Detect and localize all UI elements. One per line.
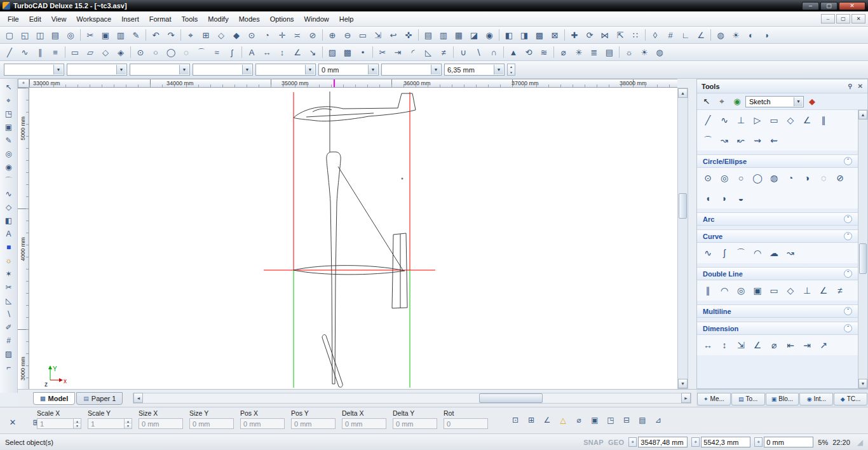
zoom-previous-icon[interactable]: ↩ <box>386 28 401 43</box>
text-icon[interactable]: A <box>244 45 259 60</box>
multiline-icon[interactable]: ≡ <box>48 45 63 60</box>
x-coordinate-icon[interactable]: ⌖ <box>628 437 637 447</box>
hatch-icon[interactable]: ▨ <box>325 45 340 60</box>
collapse-fields-icon[interactable]: ⊟ <box>620 413 634 426</box>
chevron-down-icon[interactable]: ▼ <box>368 65 377 74</box>
snap-midpoint-icon[interactable]: ◆ <box>229 28 244 43</box>
mdi-close-icon[interactable]: ✕ <box>851 14 865 24</box>
menu-edit[interactable]: Edit <box>24 13 46 25</box>
double-line-polygon-icon[interactable]: ◇ <box>782 282 799 299</box>
grid-snap-tool-icon[interactable]: # <box>1 334 17 347</box>
pin-icon[interactable]: ⚲ <box>848 83 852 90</box>
spline-by-points-icon[interactable]: ∿ <box>700 245 716 261</box>
copy-icon[interactable]: ▣ <box>98 28 113 43</box>
warning-icon[interactable]: △ <box>556 413 570 426</box>
field-input[interactable]: 1▲▼ <box>37 418 81 429</box>
dimension-parallel-icon[interactable]: ⇲ <box>733 337 749 353</box>
revolve-icon[interactable]: ⟲ <box>521 45 536 60</box>
boolean-subtract-icon[interactable]: ∖ <box>471 45 486 60</box>
ellipse-icon[interactable]: ◌ <box>179 45 194 60</box>
perpendicular-line-icon[interactable]: ⊥ <box>733 112 749 128</box>
horizontal-scroll-thumb[interactable] <box>479 393 543 403</box>
field-input[interactable]: 0 mm <box>393 418 437 429</box>
layer-manager-icon[interactable]: ▤ <box>602 45 617 60</box>
property-combo-6[interactable]: 0 mm▼ <box>318 64 379 76</box>
cut-icon[interactable]: ✂ <box>83 28 98 43</box>
chevron-down-icon[interactable]: ▼ <box>242 65 252 74</box>
dimension-vertical-icon[interactable]: ↕ <box>275 45 290 60</box>
section-header-double-line[interactable]: Double Lineˆ <box>697 267 858 280</box>
materials-icon[interactable]: ◍ <box>713 28 728 43</box>
circle-3-point-icon[interactable]: ◯ <box>749 170 766 186</box>
rectangle-icon[interactable]: ▭ <box>67 45 83 60</box>
palette-tab-int[interactable]: ◉Int... <box>799 393 833 406</box>
arc-3-point-icon[interactable]: ◠ <box>749 245 766 261</box>
concentric-circle-icon[interactable]: ◎ <box>716 170 733 186</box>
redo-icon[interactable]: ↷ <box>163 28 179 43</box>
zoom-out-icon[interactable]: ⊖ <box>340 28 355 43</box>
field-input[interactable]: 0 mm <box>240 418 285 429</box>
rotated-ellipse-icon[interactable]: ⊘ <box>832 170 848 186</box>
explode-icon[interactable]: ✳ <box>571 45 587 60</box>
tangent-2-arcs-icon[interactable]: ↜ <box>733 132 749 149</box>
scale-icon[interactable]: ⇱ <box>613 28 628 43</box>
circle-tangent-2-entities-icon[interactable]: ◑ <box>799 170 815 186</box>
format-painter-icon[interactable]: ✎ <box>128 28 144 43</box>
new-icon[interactable]: ▢ <box>2 28 17 43</box>
scroll-down-icon[interactable]: ▼ <box>678 379 688 388</box>
toggle-handles-icon[interactable]: ⊞ <box>524 413 538 426</box>
vertical-ruler[interactable]: 5000 mm4000 mm3000 mm <box>18 88 29 389</box>
polygon-tool-icon[interactable]: ◇ <box>1 200 17 214</box>
open-icon[interactable]: ◱ <box>17 28 32 43</box>
menu-modify[interactable]: Modify <box>203 13 233 25</box>
snap-free-icon[interactable]: ⌖ <box>183 28 198 43</box>
snap-nearest-icon[interactable]: ≍ <box>290 28 305 43</box>
render-icon[interactable]: ◐ <box>743 28 759 43</box>
fillet-icon[interactable]: ◜ <box>405 45 421 60</box>
ortho-mode-icon[interactable]: ∟ <box>678 28 693 43</box>
collapse-section-icon[interactable]: ˆ <box>844 324 852 332</box>
view-isometric-icon[interactable]: ◪ <box>466 28 482 43</box>
tangent-from-arc-icon[interactable]: ↝ <box>716 132 733 149</box>
tools-panel-scrollbar[interactable]: ▲ ▼ <box>858 110 867 388</box>
angle-mode-icon[interactable]: ∠ <box>693 28 709 43</box>
mdi-minimize-icon[interactable]: – <box>821 14 835 24</box>
save-icon[interactable]: ◫ <box>32 28 48 43</box>
dimension-linear-icon[interactable]: ↔ <box>700 337 716 353</box>
paint-style-icon[interactable]: ■ <box>1 240 17 254</box>
mirror-icon[interactable]: ⋈ <box>597 28 613 43</box>
expand-section-icon[interactable]: ˇ <box>844 307 852 315</box>
rotated-rectangle-icon[interactable]: ▱ <box>83 45 98 60</box>
sun-tool-icon[interactable]: ☼ <box>1 254 17 267</box>
rectangle-icon[interactable]: ▭ <box>766 112 782 128</box>
circle-tool-icon[interactable]: ◎ <box>1 147 17 160</box>
geo-toggle[interactable]: GEO <box>608 439 624 446</box>
palette-tab-me[interactable]: ✦Me... <box>697 393 731 406</box>
tab-paper-1[interactable]: ▤Paper 1 <box>76 392 123 405</box>
snap-quadrant-icon[interactable]: ◔ <box>259 28 275 43</box>
horizontal-ruler[interactable]: 33000 mm34000 mm35000 mm36000 mm37000 mm… <box>29 79 677 88</box>
arc-tool-icon[interactable]: ⌒ <box>1 174 17 187</box>
property-combo-8[interactable]: 6,35 mm▼ <box>444 64 505 76</box>
view-top-icon[interactable]: ▤ <box>421 28 436 43</box>
tab-model[interactable]: ▤Model <box>33 392 75 405</box>
wireframe-icon[interactable]: ◑ <box>759 28 774 43</box>
diameter-info-icon[interactable]: ⌀ <box>572 413 586 426</box>
node-select-icon[interactable]: ⌖ <box>1 93 17 107</box>
field-spinner[interactable]: ▲▼ <box>124 419 132 428</box>
scroll-up-icon[interactable]: ▲ <box>678 88 688 98</box>
spin-up-icon[interactable]: ▲ <box>125 419 132 424</box>
sun-light-icon[interactable]: ☼ <box>621 45 637 60</box>
half-ellipse-icon[interactable]: ◒ <box>733 190 749 207</box>
insert-block-icon[interactable]: ⊠ <box>547 28 562 43</box>
boolean-intersect-icon[interactable]: ∩ <box>486 45 501 60</box>
menu-view[interactable]: View <box>46 13 72 25</box>
spin-down-icon[interactable]: ▼ <box>74 424 81 429</box>
spline-icon[interactable]: ≈ <box>209 45 224 60</box>
curve-tool-icon[interactable]: ∿ <box>1 187 17 200</box>
property-combo-1[interactable]: ▼ <box>4 64 64 76</box>
double-line-perpendicular-icon[interactable]: ⊥ <box>799 282 815 299</box>
double-line-icon[interactable]: ∥ <box>32 45 48 60</box>
pick-reference-icon[interactable]: ⊡ <box>508 413 522 426</box>
canvas-horizontal-scrollbar[interactable]: ◄ ► <box>133 393 691 404</box>
